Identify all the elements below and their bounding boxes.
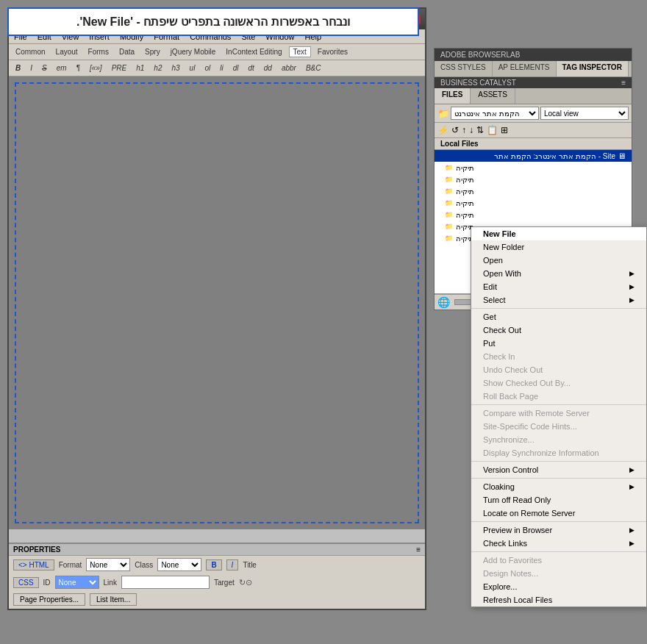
ctx-select[interactable]: Select ▶ — [471, 293, 646, 307]
pre-button[interactable]: PRE — [108, 62, 131, 74]
italic-prop-btn[interactable]: I — [226, 559, 239, 570]
properties-label: PROPERTIES — [13, 545, 60, 554]
list-item-btn[interactable]: List Item... — [90, 593, 137, 606]
tab-ap-elements[interactable]: AP ELEMENTS — [493, 61, 557, 76]
li-button[interactable]: li — [216, 62, 226, 74]
bold-button[interactable]: B — [12, 62, 24, 74]
h1-button[interactable]: h1 — [132, 62, 148, 74]
ctx-check-out[interactable]: Check Out — [471, 323, 646, 337]
ul-button[interactable]: ul — [186, 62, 199, 74]
business-catalyst-label: BUSINESS CATALYST — [440, 79, 516, 87]
globe-icon: 🌐 — [437, 296, 450, 308]
properties-row2: CSS ID None Link Target ↻⊙ — [9, 573, 425, 591]
sync-icon[interactable]: ⇅ — [476, 125, 484, 135]
folder-icon: 📁 — [443, 162, 454, 173]
file-tree-item4[interactable]: 📁 תיקיה — [435, 197, 632, 209]
ctx-check-links[interactable]: Check Links ▶ — [471, 537, 646, 550]
html-btn[interactable]: <> HTML — [13, 559, 54, 570]
ctx-new-folder[interactable]: New Folder — [471, 240, 646, 254]
ctx-refresh-local[interactable]: Refresh Local Files — [471, 593, 646, 607]
page-properties-btn[interactable]: Page Properties... — [13, 593, 85, 606]
h3-button[interactable]: h3 — [168, 62, 183, 74]
view-dropdown[interactable]: Local view — [540, 107, 629, 120]
paragraph-button[interactable]: ¶ — [73, 62, 84, 74]
ctx-open[interactable]: Open — [471, 254, 646, 267]
em-button[interactable]: em — [53, 62, 71, 74]
dd-button[interactable]: dd — [260, 62, 276, 74]
tab-files[interactable]: FILES — [435, 88, 471, 104]
file-tree-item5[interactable]: 📁 תיקיה — [435, 209, 632, 221]
css-btn[interactable]: CSS — [13, 577, 39, 588]
site-icon: 🖥 — [618, 151, 626, 160]
id-select[interactable]: None — [55, 576, 99, 589]
tab-jquery-mobile[interactable]: jQuery Mobile — [167, 47, 220, 57]
ctx-display-sync-label: Display Synchronize Information — [483, 448, 599, 457]
bold-prop-btn[interactable]: B — [206, 559, 221, 570]
tab-text[interactable]: Text — [289, 46, 311, 57]
tab-forms[interactable]: Forms — [85, 47, 112, 57]
ctx-sep2 — [471, 404, 646, 405]
italic-button[interactable]: I — [26, 62, 36, 74]
class-select[interactable]: None — [157, 558, 201, 571]
ctx-sep3 — [471, 461, 646, 462]
ctx-open-with[interactable]: Open With ▶ — [471, 267, 646, 280]
ctx-put[interactable]: Put — [471, 337, 646, 350]
dw-main-window: Dw ─ □ ✕ File Edit View Insert Modify Fo… — [7, 7, 426, 610]
ctx-preview-browser-arrow: ▶ — [629, 526, 635, 534]
block-button[interactable]: [«»] — [86, 62, 106, 74]
ctx-locate-remote[interactable]: Locate on Remote Server — [471, 507, 646, 520]
b-and-c-button[interactable]: B&C — [302, 62, 325, 74]
abbr-button[interactable]: abbr — [278, 62, 300, 74]
file-tree-item2[interactable]: 📁 תיקיה — [435, 173, 632, 185]
files-tabs: FILES ASSETS — [435, 88, 632, 104]
tab-assets[interactable]: ASSETS — [471, 88, 515, 104]
ctx-sep1 — [471, 308, 646, 309]
file-tree-item3[interactable]: 📁 תיקיה — [435, 185, 632, 197]
insert-toolbar: Common Layout Forms Data Spry jQuery Mob… — [9, 44, 425, 60]
refresh-icon[interactable]: ↺ — [451, 125, 459, 135]
download-icon[interactable]: ↓ — [469, 125, 473, 135]
highlighted-file-item[interactable]: 🖥 Site - הקמת אתר אינטרנ: הקמת אתר — [435, 150, 632, 162]
format-select[interactable]: None — [86, 558, 130, 571]
file-item-label3: תיקיה — [456, 187, 474, 196]
ctx-synchronize: Synchronize... — [471, 433, 646, 446]
tab-css-styles[interactable]: CSS STYLES — [435, 61, 493, 76]
site-dropdown[interactable]: הקמת אתר אינטרנט — [451, 107, 539, 120]
ctx-explore[interactable]: Explore... — [471, 580, 646, 593]
dl-button[interactable]: dl — [229, 62, 243, 74]
upload-icon[interactable]: ↑ — [462, 125, 466, 135]
properties-expand-icon[interactable]: ≡ — [416, 545, 421, 554]
tab-layout[interactable]: Layout — [52, 47, 82, 57]
ol-button[interactable]: ol — [201, 62, 214, 74]
ctx-version-control[interactable]: Version Control ▶ — [471, 463, 646, 476]
tab-tag-inspector[interactable]: TAG INSPECTOR — [557, 61, 629, 76]
ctx-preview-browser[interactable]: Preview in Browser ▶ — [471, 523, 646, 537]
ctx-site-specific-label: Site-Specific Code Hints... — [483, 422, 577, 431]
tab-common[interactable]: Common — [12, 47, 49, 57]
link-label: Link — [104, 579, 117, 587]
ctx-open-with-label: Open With — [483, 269, 521, 278]
ctx-turn-off-readonly[interactable]: Turn off Read Only — [471, 493, 646, 507]
tab-incontext[interactable]: InContext Editing — [222, 47, 285, 57]
connect-icon[interactable]: ⚡ — [437, 125, 448, 135]
tab-favorites[interactable]: Favorites — [314, 47, 351, 57]
expand-icon[interactable]: ⊞ — [501, 125, 508, 135]
ctx-get[interactable]: Get — [471, 310, 646, 323]
tab-data[interactable]: Data — [115, 47, 138, 57]
ctx-new-file[interactable]: New File — [471, 227, 646, 240]
bc-expand-icon[interactable]: ≡ — [621, 79, 626, 87]
ctx-version-control-label: Version Control — [483, 465, 538, 474]
ctx-cloaking[interactable]: Cloaking ▶ — [471, 480, 646, 493]
dt-button[interactable]: dt — [244, 62, 257, 74]
h2-button[interactable]: h2 — [150, 62, 165, 74]
ctx-sep6 — [471, 551, 646, 552]
folder-icon7: 📁 — [443, 233, 454, 243]
file-tree-item[interactable]: 📁 תיקיה — [435, 162, 632, 173]
strikethrough-button[interactable]: S — [38, 62, 51, 74]
properties-title: PROPERTIES ≡ — [9, 544, 425, 556]
tab-spry[interactable]: Spry — [141, 47, 164, 57]
link-input[interactable] — [121, 576, 210, 589]
log-icon[interactable]: 📋 — [487, 125, 498, 135]
ctx-edit[interactable]: Edit ▶ — [471, 280, 646, 293]
ctx-display-sync: Display Synchronize Information — [471, 446, 646, 459]
